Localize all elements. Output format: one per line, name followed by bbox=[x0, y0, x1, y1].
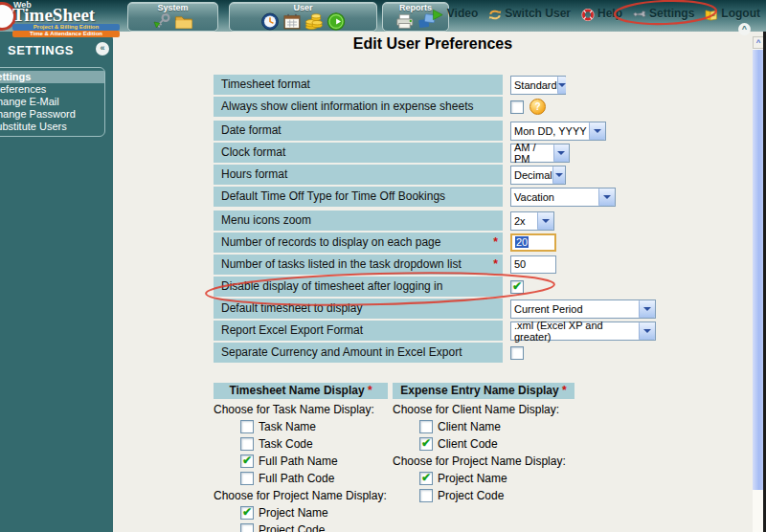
preference-control: 20 bbox=[510, 233, 556, 253]
checkbox-task-code[interactable] bbox=[240, 437, 254, 451]
name-display-option: Project Code bbox=[393, 489, 574, 502]
header-link-settings[interactable]: Settings bbox=[633, 7, 694, 20]
text-input-number-of-records-to-display-o[interactable]: 20 bbox=[510, 233, 556, 252]
select-default-time-off-type-for-time[interactable]: Vacation bbox=[510, 188, 616, 207]
chevron-down-icon[interactable] bbox=[639, 300, 655, 318]
checkbox-full-path-code[interactable] bbox=[240, 472, 254, 485]
header-link-video[interactable]: Video bbox=[431, 7, 478, 20]
checkbox-project-name[interactable]: ✔ bbox=[419, 472, 433, 485]
main-content: Edit User Preferences Timesheet formatSt… bbox=[113, 32, 766, 532]
chevron-down-icon[interactable] bbox=[553, 144, 569, 162]
chevron-down-icon[interactable] bbox=[639, 322, 655, 340]
chevron-down-icon[interactable] bbox=[589, 122, 605, 140]
input-value: 50 bbox=[514, 258, 526, 270]
web-timesheet-app: Web TimeSheet Project & Billing Edition … bbox=[0, 0, 766, 532]
checkbox-full-path-name[interactable]: ✔ bbox=[240, 454, 254, 468]
checkmark-icon: ✔ bbox=[242, 505, 252, 519]
name-display-group-label: Choose for Project Name Display: bbox=[393, 454, 574, 468]
preference-label: Number of records to display on each pag… bbox=[214, 233, 503, 253]
select-value: 2x bbox=[514, 215, 526, 227]
option-label: Client Code bbox=[438, 437, 498, 451]
name-display-option: Project Code bbox=[214, 523, 388, 532]
chevron-down-icon[interactable] bbox=[557, 77, 566, 94]
preference-label: Hours format bbox=[214, 165, 503, 185]
checkbox-project-code[interactable] bbox=[419, 489, 433, 502]
checkbox-always-show-client-information[interactable] bbox=[510, 100, 524, 114]
sidebar-collapse-button[interactable]: « bbox=[96, 42, 109, 55]
header-link-label: Switch User bbox=[505, 7, 571, 20]
preference-label-text: Always show client information in expens… bbox=[221, 97, 473, 117]
option-label: Project Code bbox=[259, 523, 325, 532]
sidebar-item-change-password[interactable]: Change Password bbox=[0, 108, 104, 121]
select-timesheet-format[interactable]: Standard bbox=[510, 76, 566, 95]
preference-label-text: Timesheet format bbox=[221, 75, 310, 95]
select-menu-icons-zoom[interactable]: 2x bbox=[510, 211, 554, 231]
checkmark-icon: ✔ bbox=[421, 471, 431, 484]
header-link-help[interactable]: Help bbox=[581, 7, 622, 20]
logo-name-text: TimeSheet bbox=[12, 5, 95, 26]
preference-control: .xml (Excel XP and greater) bbox=[510, 321, 656, 341]
key-icon[interactable] bbox=[152, 12, 171, 31]
header-link-switch-user[interactable]: Switch User bbox=[488, 7, 571, 20]
go-arrow-icon[interactable] bbox=[327, 12, 346, 31]
calendar-icon[interactable] bbox=[282, 12, 302, 31]
checkbox-project-code[interactable] bbox=[240, 523, 254, 532]
checkbox-task-name[interactable] bbox=[240, 420, 254, 433]
chevron-down-icon[interactable] bbox=[598, 188, 615, 206]
checkbox-separate-currency-and-amount-i[interactable] bbox=[510, 346, 524, 360]
chevron-down-icon[interactable] bbox=[537, 212, 553, 230]
sidebar-item-change-e-mail[interactable]: Change E-Mail bbox=[0, 96, 104, 108]
checkbox-disable-display-of-timesheet-a[interactable]: ✔ bbox=[510, 280, 524, 294]
preference-row: Number of records to display on each pag… bbox=[214, 233, 755, 253]
checkbox-project-name[interactable]: ✔ bbox=[240, 506, 254, 520]
preference-label-text: Number of records to display on each pag… bbox=[221, 233, 440, 253]
preference-label: Number of tasks listed in the task dropd… bbox=[214, 255, 503, 275]
select-report-excel-export-format[interactable]: .xml (Excel XP and greater) bbox=[510, 321, 656, 341]
app-logo: Web TimeSheet Project & Billing Edition … bbox=[0, 0, 126, 34]
preference-label-text: Disable display of timesheet after loggi… bbox=[221, 277, 442, 297]
help-icon[interactable]: ? bbox=[529, 99, 546, 115]
printer-icon[interactable] bbox=[395, 12, 415, 31]
option-label: Client Name bbox=[438, 420, 501, 433]
select-hours-format[interactable]: Decimal bbox=[510, 166, 566, 185]
menu-group-icons bbox=[128, 12, 217, 31]
preference-row: Disable display of timesheet after loggi… bbox=[214, 277, 755, 297]
preference-row: Number of tasks listed in the task dropd… bbox=[214, 255, 755, 275]
select-clock-format[interactable]: AM / PM bbox=[510, 144, 570, 163]
menu-group-user[interactable]: User bbox=[229, 2, 377, 32]
preferences-form: Timesheet formatStandardAlways show clie… bbox=[214, 75, 755, 365]
input-value: 20 bbox=[515, 236, 529, 248]
preference-label-text: Default Time Off Type for Time Off Booki… bbox=[221, 187, 445, 207]
header-link-logout[interactable]: Logout bbox=[705, 7, 760, 20]
select-date-format[interactable]: Mon DD, YYYY bbox=[510, 122, 606, 141]
select-value: Decimal bbox=[514, 169, 552, 181]
video-icon bbox=[431, 8, 444, 20]
header-link-label: Settings bbox=[649, 7, 694, 20]
top-bar: Web TimeSheet Project & Billing Edition … bbox=[0, 0, 766, 32]
menu-group-system[interactable]: System bbox=[127, 2, 218, 32]
checkbox-client-code[interactable]: ✔ bbox=[419, 437, 433, 451]
sidebar-item-settings[interactable]: Settings bbox=[0, 71, 104, 83]
chevron-down-icon[interactable] bbox=[552, 166, 565, 184]
text-input-number-of-tasks-listed-in-the-[interactable]: 50 bbox=[510, 255, 556, 274]
clock-icon[interactable] bbox=[260, 12, 280, 31]
select-default-timesheet-to-display[interactable]: Current Period bbox=[510, 299, 656, 319]
required-asterisk: * bbox=[365, 384, 372, 397]
select-value: .xml (Excel XP and greater) bbox=[514, 320, 639, 343]
preference-label: Default timesheet to display bbox=[214, 299, 503, 319]
header-collapse-button[interactable]: ^ bbox=[738, 23, 751, 35]
switch-user-icon bbox=[488, 8, 502, 20]
coins-icon[interactable] bbox=[304, 12, 324, 31]
checkbox-client-name[interactable] bbox=[419, 420, 433, 433]
select-value: AM / PM bbox=[514, 142, 553, 165]
sidebar-item-preferences[interactable]: Preferences bbox=[0, 83, 104, 96]
preference-label: Disable display of timesheet after loggi… bbox=[214, 277, 503, 297]
preference-control: ✔ bbox=[510, 277, 524, 297]
folder-icon[interactable] bbox=[174, 12, 193, 31]
option-label: Full Path Name bbox=[259, 454, 338, 468]
name-display-header: Timesheet Name Display * bbox=[214, 383, 388, 399]
option-label: Task Name bbox=[259, 420, 316, 433]
preference-label-text: Menu icons zoom bbox=[221, 211, 311, 231]
sidebar-title: SETTINGS bbox=[8, 43, 74, 57]
sidebar-item-substitute-users[interactable]: Substitute Users bbox=[0, 121, 104, 133]
